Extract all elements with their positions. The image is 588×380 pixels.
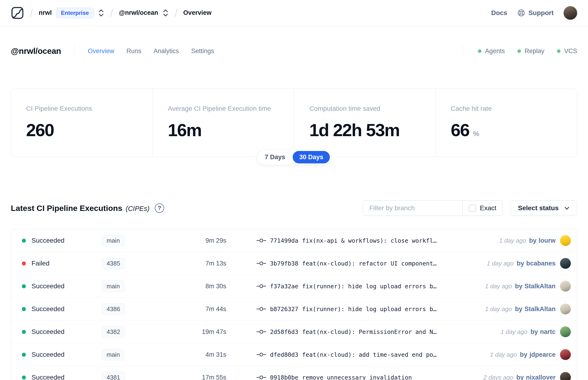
status-select-label: Select status — [518, 204, 559, 212]
stat-label: Computation time saved — [309, 105, 420, 113]
by-label: by — [515, 305, 522, 313]
status-label: Succeeded — [32, 374, 64, 380]
commit-time: 1 day ago — [487, 260, 514, 267]
commit-hash: 2d58f6d3 — [270, 328, 298, 335]
commit-message: fix(nx-api & workflows): close workfl… — [302, 237, 436, 244]
commit-hash: f37a32ae — [270, 283, 298, 290]
status-dot-icon — [22, 284, 26, 288]
by-label: by — [529, 237, 536, 244]
git-commit-icon — [256, 352, 266, 357]
divider — [74, 44, 75, 58]
status-dot-icon — [517, 49, 521, 53]
cipe-table: Succeeded main 9m 29s 771499da fix(nx-ap… — [11, 229, 577, 380]
status-dot-icon — [22, 307, 26, 311]
commit-message: feat(nx-cloud): PermissionError and N… — [302, 328, 436, 335]
feature-agents-label: Agents — [485, 47, 505, 55]
table-row[interactable]: Succeeded 4382 19m 47s 2d58f6d3 feat(nx-… — [11, 321, 577, 343]
stat-value: 1d 22h 53m — [309, 121, 399, 139]
table-row[interactable]: Succeeded 4386 7m 44s b8726327 fix(runne… — [11, 298, 577, 321]
feature-status-list: Agents Replay VCS — [463, 45, 577, 57]
table-row[interactable]: Succeeded main 4m 31s dfed80d3 feat(nx-c… — [11, 343, 577, 366]
table-row[interactable]: Succeeded 4381 17m 55s 0918b0be remove u… — [11, 366, 577, 380]
commit-time: 2 days ago — [483, 374, 513, 380]
author-avatar — [560, 235, 571, 246]
branch-badge: 4382 — [102, 326, 125, 338]
stat-label: Average CI Pipeline Execution time — [168, 105, 279, 113]
stat-value: 16m — [168, 121, 202, 139]
duration: 9m 29s — [157, 237, 226, 244]
table-row[interactable]: Succeeded main 8m 30s f37a32ae fix(runne… — [11, 275, 577, 298]
table-row[interactable]: Succeeded main 9m 29s 771499da fix(nx-ap… — [11, 229, 577, 252]
stat-label: CI Pipeline Executions — [26, 105, 138, 113]
duration: 7m 44s — [157, 305, 226, 313]
topbar: nrwl Enterprise @nrwl/ocean Overview Doc — [0, 0, 588, 26]
stat-card-ci-pipeline-executions: CI Pipeline Executions 260 — [11, 89, 153, 156]
branch-badge: main — [102, 235, 125, 247]
by-label: by — [517, 260, 524, 267]
stat-card-average-execution-time: Average CI Pipeline Execution time 16m — [153, 89, 294, 156]
status-dot-icon — [22, 353, 26, 357]
exact-checkbox[interactable] — [469, 205, 476, 212]
commit-message: fix(runner): hide log upload errors b… — [302, 283, 436, 290]
section-title: Latest CI Pipeline Executions — [11, 204, 122, 213]
feature-vcs[interactable]: VCS — [557, 47, 577, 55]
chevron-updown-icon[interactable] — [163, 9, 169, 17]
tab-analytics[interactable]: Analytics — [153, 47, 179, 55]
exact-match-segment: Exact — [462, 201, 502, 216]
by-label: by — [516, 374, 524, 380]
tab-runs[interactable]: Runs — [127, 47, 141, 55]
git-commit-icon — [256, 261, 266, 266]
feature-vcs-label: VCS — [564, 47, 577, 55]
range-30-days-button[interactable]: 30 Days — [293, 151, 330, 163]
stat-value: 260 — [26, 121, 54, 139]
commit-time: 1 day ago — [490, 351, 517, 358]
commit-message: remove unnecessary invalidation — [302, 374, 412, 380]
breadcrumb-slash-icon — [174, 9, 177, 17]
branch-filter-input[interactable] — [363, 201, 462, 216]
status-label: Succeeded — [32, 305, 64, 313]
commit-hash: 3b79fb38 — [270, 260, 298, 267]
feature-agents[interactable]: Agents — [478, 47, 505, 55]
commit-hash: 771499da — [270, 237, 298, 244]
tab-overview[interactable]: Overview — [88, 47, 114, 55]
workspace-header: @nrwl/ocean Overview Runs Analytics Sett… — [0, 44, 588, 58]
author-avatar — [560, 281, 571, 292]
cipe-filters: Exact Select status — [363, 200, 577, 216]
workspace-selector[interactable]: @nrwl/ocean — [119, 9, 168, 17]
help-icon[interactable]: ? — [155, 203, 164, 213]
status-label: Failed — [32, 260, 49, 267]
support-label: Support — [529, 9, 554, 17]
cipe-section-header: Latest CI Pipeline Executions (CIPEs) ? … — [11, 200, 577, 216]
git-commit-icon — [256, 284, 266, 289]
commit-author: nixallover — [526, 374, 555, 380]
branch-filter-group: Exact — [363, 200, 503, 216]
commit-message: feat(nx-cloud): refactor UI component… — [302, 260, 436, 267]
duration: 4m 31s — [157, 351, 226, 358]
table-row[interactable]: Failed 4385 7m 13s 3b79fb38 feat(nx-clou… — [11, 252, 577, 275]
commit-time: 1 day ago — [500, 328, 527, 336]
nx-cloud-logo-icon[interactable] — [11, 6, 24, 19]
branch-badge: 4386 — [102, 303, 125, 315]
org-selector[interactable]: nrwl Enterprise — [39, 8, 104, 18]
docs-link[interactable]: Docs — [491, 9, 507, 17]
user-avatar[interactable] — [564, 6, 577, 20]
tab-settings[interactable]: Settings — [191, 47, 214, 55]
status-select-button[interactable]: Select status — [511, 200, 577, 216]
git-commit-icon — [256, 238, 266, 243]
author-avatar — [560, 304, 571, 314]
git-commit-icon — [256, 329, 266, 334]
feature-replay-label: Replay — [525, 47, 544, 55]
feature-replay[interactable]: Replay — [517, 47, 544, 55]
branch-badge: main — [102, 280, 125, 292]
date-range-toggle: 7 Days 30 Days — [256, 149, 331, 165]
commit-hash: 0918b0be — [270, 374, 298, 380]
exact-label: Exact — [480, 204, 496, 212]
org-name: nrwl — [39, 9, 52, 17]
chevron-updown-icon[interactable] — [98, 9, 104, 17]
range-7-days-button[interactable]: 7 Days — [258, 151, 292, 163]
commit-message: fix(runner): hide log upload errors b… — [302, 306, 436, 312]
author-avatar — [560, 349, 571, 360]
commit-author: jdpearce — [530, 351, 555, 358]
support-link[interactable]: Support — [517, 9, 554, 17]
git-commit-icon — [256, 375, 266, 380]
